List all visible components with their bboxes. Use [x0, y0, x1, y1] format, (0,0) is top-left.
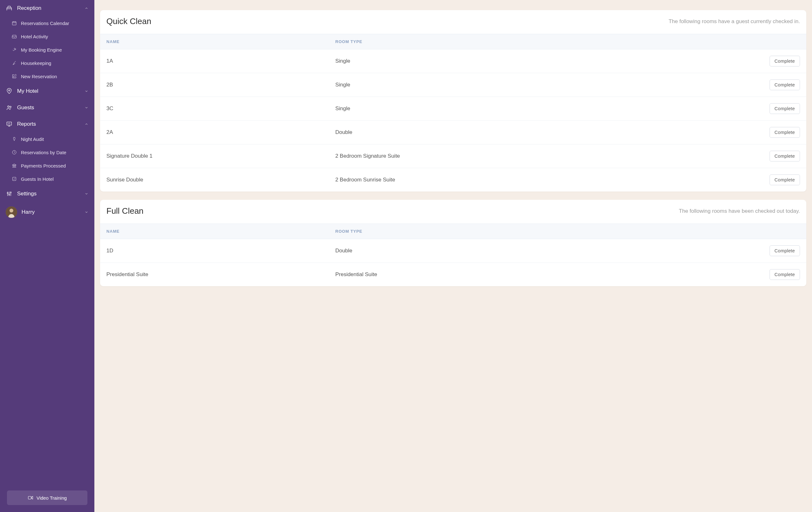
broom-icon — [11, 60, 17, 66]
check-square-icon — [11, 176, 17, 182]
sidebar-item-housekeeping[interactable]: Housekeeping — [0, 56, 94, 70]
sidebar-item-reports[interactable]: Reports — [0, 116, 94, 132]
room-type: Presidential Suite — [336, 271, 756, 278]
quick-clean-card: Quick Clean The following rooms have a g… — [100, 10, 806, 191]
card-subtitle: The following rooms have a guest current… — [669, 18, 800, 25]
calendar-icon — [11, 20, 17, 26]
sidebar-item-reservations-by-date[interactable]: Reservations by Date — [0, 146, 94, 159]
sidebar-item-label: Guests In Hotel — [21, 176, 54, 182]
sidebar-item-label: Guests — [17, 104, 34, 111]
user-name: Harry — [22, 209, 35, 215]
room-name: Sunrise Double — [107, 177, 336, 183]
room-name: Signature Double 1 — [107, 153, 336, 159]
complete-button[interactable]: Complete — [770, 245, 800, 256]
sidebar: Reception Reservations Calendar Hotel Ac… — [0, 0, 94, 512]
room-name: 2A — [107, 129, 336, 135]
avatar — [6, 206, 17, 218]
rocket-icon — [11, 47, 17, 53]
table-row: Presidential SuitePresidential SuiteComp… — [100, 263, 806, 286]
sidebar-item-hotel-activity[interactable]: Hotel Activity — [0, 30, 94, 43]
sidebar-item-label: Payments Processed — [21, 163, 66, 169]
svg-point-9 — [10, 106, 11, 107]
room-name: 3C — [107, 106, 336, 112]
card-subtitle: The following rooms have been checked ou… — [679, 208, 800, 214]
svg-rect-22 — [13, 177, 16, 181]
full-clean-rows: 1DDoubleCompletePresidential SuitePresid… — [100, 239, 806, 286]
sidebar-item-label: Settings — [17, 191, 36, 197]
room-type: Single — [336, 82, 756, 88]
complete-button[interactable]: Complete — [770, 56, 800, 66]
table-row: 3CSingleComplete — [100, 97, 806, 121]
card-header: Quick Clean The following rooms have a g… — [100, 10, 806, 34]
sidebar-item-reception[interactable]: Reception — [0, 0, 94, 17]
column-header-name: NAME — [107, 39, 336, 44]
column-header-room-type: ROOM TYPE — [336, 39, 756, 44]
complete-button[interactable]: Complete — [770, 151, 800, 161]
sidebar-item-label: My Booking Engine — [21, 47, 62, 53]
sidebar-item-new-reservation[interactable]: New Reservation — [0, 70, 94, 83]
room-type: Double — [336, 129, 756, 135]
sidebar-item-my-hotel[interactable]: My Hotel — [0, 83, 94, 99]
complete-button[interactable]: Complete — [770, 127, 800, 138]
clock-icon — [11, 149, 17, 155]
card-title: Full Clean — [107, 206, 143, 216]
sidebar-item-label: Housekeeping — [21, 60, 51, 66]
table-header: NAME ROOM TYPE — [100, 34, 806, 50]
table-row: 1ASingleComplete — [100, 50, 806, 73]
sidebar-item-reservations-calendar[interactable]: Reservations Calendar — [0, 17, 94, 30]
room-name: Presidential Suite — [107, 271, 336, 278]
sidebar-item-label: Reservations Calendar — [21, 21, 69, 26]
room-type: Single — [336, 58, 756, 64]
sidebar-item-guests[interactable]: Guests — [0, 99, 94, 116]
sidebar-bottom: Video Training — [0, 483, 94, 512]
complete-button[interactable]: Complete — [770, 103, 800, 114]
sidebar-item-night-audit[interactable]: Night Audit — [0, 132, 94, 146]
chevron-down-icon — [84, 89, 89, 93]
sidebar-item-label: Reports — [17, 121, 36, 127]
pin-icon — [11, 136, 17, 142]
table-row: Sunrise Double2 Bedroom Sunrise SuiteCom… — [100, 168, 806, 191]
svg-marker-32 — [32, 496, 33, 499]
video-training-button[interactable]: Video Training — [7, 490, 87, 505]
sidebar-item-label: My Hotel — [17, 88, 38, 94]
presentation-icon — [6, 121, 13, 128]
sidebar-user[interactable]: Harry — [0, 202, 94, 222]
table-row: 2ADoubleComplete — [100, 121, 806, 144]
svg-point-7 — [8, 90, 10, 91]
complete-button[interactable]: Complete — [770, 269, 800, 280]
table-row: Signature Double 12 Bedroom Signature Su… — [100, 144, 806, 168]
column-header-room-type: ROOM TYPE — [336, 229, 756, 234]
room-type: 2 Bedroom Signature Suite — [336, 153, 756, 159]
sidebar-item-label: New Reservation — [21, 74, 57, 79]
main-content: Quick Clean The following rooms have a g… — [94, 0, 812, 512]
complete-button[interactable]: Complete — [770, 175, 800, 185]
table-header: NAME ROOM TYPE — [100, 223, 806, 239]
chevron-up-icon — [84, 6, 89, 10]
chevron-down-icon — [84, 210, 89, 214]
sidebar-item-label: Reservations by Date — [21, 150, 66, 155]
svg-point-27 — [8, 194, 9, 195]
full-clean-card: Full Clean The following rooms have been… — [100, 200, 806, 286]
room-name: 1A — [107, 58, 336, 64]
chevron-down-icon — [84, 106, 89, 110]
sidebar-item-label: Night Audit — [21, 137, 44, 142]
sidebar-item-settings[interactable]: Settings — [0, 185, 94, 202]
svg-point-26 — [7, 192, 8, 193]
svg-rect-31 — [28, 496, 31, 499]
location-icon — [6, 88, 13, 95]
complete-button[interactable]: Complete — [770, 80, 800, 90]
sidebar-item-guests-in-hotel[interactable]: Guests In Hotel — [0, 172, 94, 185]
column-header-name: NAME — [107, 229, 336, 234]
sliders-icon — [6, 190, 13, 197]
video-training-label: Video Training — [36, 495, 67, 501]
svg-point-28 — [10, 192, 11, 193]
edit-icon — [11, 73, 17, 79]
room-type: Single — [336, 106, 756, 112]
sidebar-item-label: Reception — [17, 5, 41, 11]
chevron-up-icon — [84, 122, 89, 126]
sidebar-item-booking-engine[interactable]: My Booking Engine — [0, 43, 94, 56]
sidebar-item-payments-processed[interactable]: Payments Processed — [0, 159, 94, 172]
svg-point-8 — [8, 106, 9, 107]
room-type: Double — [336, 248, 756, 254]
room-name: 2B — [107, 82, 336, 88]
